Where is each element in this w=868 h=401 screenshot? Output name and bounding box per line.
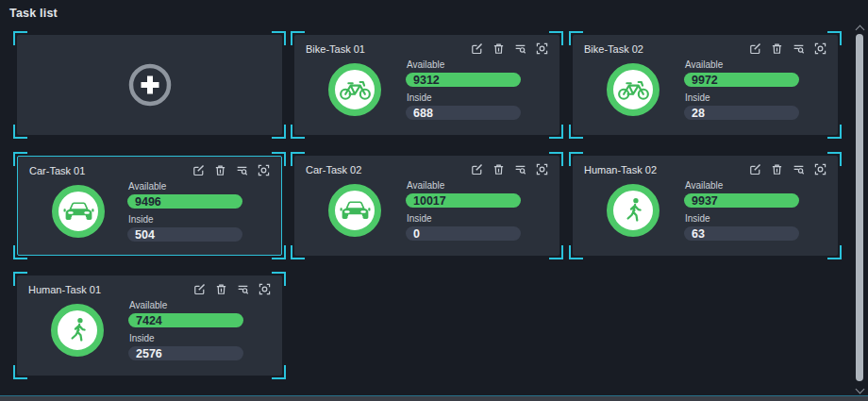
- task-stats: Available 9312 Inside 688: [406, 59, 521, 120]
- task-card-slot: Human-Task 01: [13, 272, 286, 379]
- available-label: Available: [685, 59, 799, 70]
- task-detail-button[interactable]: [236, 164, 248, 176]
- inside-value: 504: [135, 228, 155, 242]
- available-bar: 7424: [128, 313, 243, 327]
- task-detail-button[interactable]: [237, 283, 249, 295]
- focus-icon: [814, 163, 826, 175]
- inside-value: 63: [692, 227, 705, 241]
- card-actions: [471, 163, 548, 175]
- search-list-icon: [793, 42, 805, 55]
- task-card[interactable]: Human-Task 02: [573, 156, 838, 256]
- task-detail-button[interactable]: [793, 163, 805, 175]
- edit-task-button[interactable]: [193, 283, 206, 295]
- inside-label: Inside: [129, 333, 243, 343]
- card-header: Bike-Task 02: [573, 35, 838, 55]
- card-body: Available 9972 Inside 28: [573, 55, 838, 120]
- inside-bar: 28: [684, 106, 799, 120]
- edit-icon: [471, 42, 483, 55]
- card-header: Car-Task 02: [294, 156, 559, 175]
- task-card-slot: Bike-Task 02: [569, 31, 842, 139]
- available-bar: 9496: [127, 194, 242, 209]
- card-body: Available 10017 Inside 0: [294, 175, 559, 241]
- edit-icon: [749, 163, 761, 175]
- inside-label: Inside: [407, 92, 521, 103]
- available-value: 7424: [136, 314, 162, 327]
- add-task-card[interactable]: [17, 35, 282, 135]
- focus-icon: [814, 42, 826, 55]
- inside-value: 688: [413, 107, 433, 120]
- delete-task-button[interactable]: [215, 283, 227, 295]
- inside-value: 0: [413, 227, 420, 241]
- scroll-up-arrow-icon[interactable]: [856, 25, 865, 35]
- task-card[interactable]: Human-Task 01: [17, 276, 282, 376]
- available-bar: 9312: [406, 73, 521, 87]
- edit-task-button[interactable]: [749, 163, 761, 175]
- delete-task-button[interactable]: [492, 42, 505, 55]
- delete-task-button[interactable]: [771, 163, 783, 175]
- available-label: Available: [685, 180, 799, 191]
- search-list-icon: [237, 283, 249, 295]
- inside-bar: 504: [127, 227, 242, 242]
- available-value: 9496: [135, 195, 161, 209]
- available-value: 9312: [413, 74, 440, 87]
- task-stats: Available 9972 Inside 28: [684, 59, 799, 120]
- card-body: Available 9312 Inside 688: [294, 55, 559, 120]
- locate-task-button[interactable]: [814, 163, 826, 175]
- card-body: Available 9496 Inside 504: [18, 176, 281, 242]
- task-card[interactable]: Bike-Task 02: [573, 35, 838, 135]
- locate-task-button[interactable]: [258, 164, 270, 176]
- available-label: Available: [128, 181, 242, 192]
- bike-icon: [617, 78, 650, 101]
- task-card[interactable]: Car-Task 02: [294, 156, 559, 256]
- task-type-badge: [328, 63, 381, 116]
- task-detail-button[interactable]: [793, 42, 805, 55]
- delete-task-button[interactable]: [492, 163, 505, 175]
- edit-task-button[interactable]: [749, 42, 761, 55]
- focus-icon: [259, 283, 271, 295]
- scroll-down-arrow-icon[interactable]: [856, 385, 865, 394]
- human-icon: [624, 197, 643, 224]
- edit-task-button[interactable]: [471, 163, 483, 175]
- task-detail-button[interactable]: [514, 163, 526, 175]
- task-card[interactable]: Bike-Task 01: [294, 35, 559, 135]
- locate-task-button[interactable]: [814, 42, 826, 55]
- car-icon: [338, 198, 373, 224]
- search-list-icon: [514, 163, 526, 175]
- available-bar: 9972: [684, 73, 799, 87]
- task-type-badge: [51, 304, 104, 357]
- trash-icon: [492, 42, 505, 55]
- inside-value: 2576: [136, 347, 162, 360]
- locate-task-button[interactable]: [536, 163, 548, 175]
- inside-bar: 2576: [128, 346, 243, 360]
- edit-icon: [192, 164, 205, 176]
- task-title: Human-Task 02: [584, 164, 657, 175]
- trash-icon: [214, 164, 226, 176]
- inside-label: Inside: [128, 214, 242, 225]
- task-card[interactable]: Car-Task 01: [17, 156, 282, 256]
- delete-task-button[interactable]: [771, 42, 783, 55]
- locate-task-button[interactable]: [259, 283, 271, 295]
- task-card-slot: Car-Task 01: [13, 152, 286, 259]
- task-card-slot: Human-Task 02: [569, 152, 842, 259]
- task-card-slot: Bike-Task 01: [291, 31, 563, 139]
- task-type-badge: [52, 185, 105, 238]
- task-list-panel: Task list Bike-Task 01: [0, 0, 868, 401]
- edit-task-button[interactable]: [471, 42, 483, 55]
- vertical-scrollbar[interactable]: [854, 25, 865, 394]
- card-header: Human-Task 02: [573, 156, 838, 175]
- delete-task-button[interactable]: [214, 164, 226, 176]
- inside-value: 28: [692, 107, 705, 120]
- card-body: Available 9937 Inside 63: [573, 175, 838, 241]
- trash-icon: [492, 163, 505, 175]
- trash-icon: [215, 283, 227, 295]
- human-icon: [68, 317, 88, 343]
- available-label: Available: [407, 180, 521, 191]
- available-label: Available: [129, 300, 243, 310]
- scrollbar-thumb[interactable]: [856, 34, 863, 381]
- edit-task-button[interactable]: [192, 164, 205, 176]
- task-detail-button[interactable]: [514, 42, 526, 55]
- locate-task-button[interactable]: [536, 42, 548, 55]
- focus-icon: [536, 42, 548, 55]
- task-title: Bike-Task 01: [306, 43, 365, 55]
- task-stats: Available 9937 Inside 63: [684, 180, 799, 241]
